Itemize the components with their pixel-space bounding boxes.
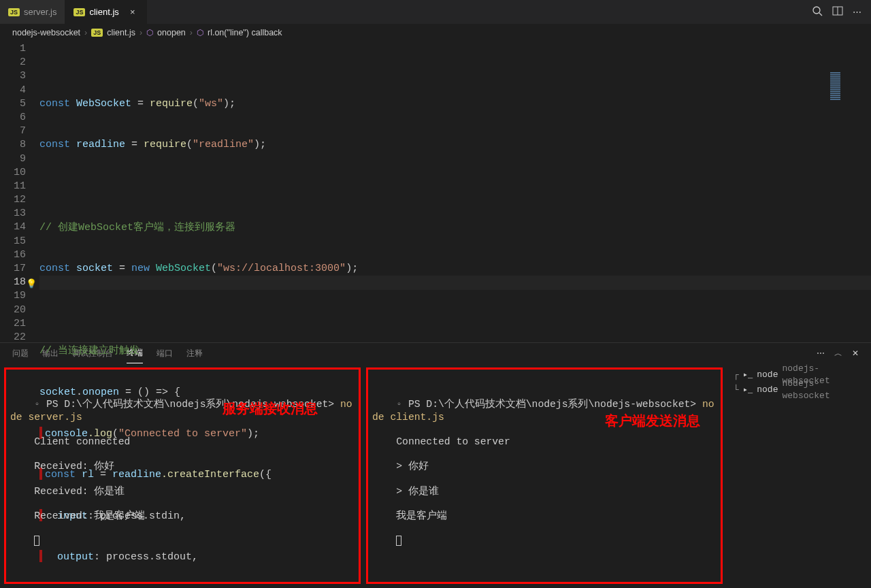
split-icon[interactable] [832,5,843,18]
close-icon[interactable]: × [127,7,138,17]
tab-label: client.js [89,7,118,17]
symbol-icon: ⬡ [197,28,203,37]
tab-actions: ⋯ [812,0,871,24]
tab-bar: JS server.js JS client.js × ⋯ [0,0,871,24]
chevron-icon: › [139,28,142,37]
breadcrumb-root: nodejs-websocket [12,28,80,37]
annotation-client: 客户端发送消息 [605,414,700,427]
terminal-server[interactable]: 服务端接收消息 ◦ PS D:\个人代码技术文档\nodejs系列\nodejs… [4,368,361,584]
current-line-highlight [39,276,871,289]
code-editor[interactable]: 1 2 3 4 5 6 7 8 9 10 11 12 13 14 15 16 1… [0,42,871,342]
svg-line-1 [819,13,822,16]
chevron-icon: › [190,28,193,37]
code-area[interactable]: 💡 const WebSocket = require("ws"); const… [39,42,871,342]
minimap[interactable] [830,45,864,129]
more-icon[interactable]: ⋯ [853,7,861,17]
lightbulb-icon[interactable]: 💡 [26,278,37,291]
svg-point-0 [813,7,820,14]
js-icon: JS [73,8,85,16]
js-icon: JS [91,29,103,37]
tab-server[interactable]: JS server.js [0,0,65,24]
annotation-server: 服务端接收消息 [223,402,318,414]
tab-label: server.js [24,7,56,17]
search-icon[interactable] [812,5,823,18]
panel-tab-problems[interactable]: 问题 [12,344,29,363]
line-gutter: 1 2 3 4 5 6 7 8 9 10 11 12 13 14 15 16 1… [0,42,39,342]
breadcrumb-symbol: rl.on("line") callback [208,28,282,37]
terminal-cursor [34,536,39,546]
breadcrumb-file: client.js [107,28,135,37]
chevron-icon: › [84,28,87,37]
js-icon: JS [8,8,20,16]
symbol-icon: ⬡ [146,28,153,37]
tab-client[interactable]: JS client.js × [65,0,146,24]
terminal-cursor [396,536,401,546]
terminal-client[interactable]: 客户端发送消息 ◦ PS D:\个人代码技术文档\nodejs系列\nodejs… [366,368,723,584]
breadcrumb[interactable]: nodejs-websocket › JS client.js › ⬡ onop… [0,24,871,42]
breadcrumb-symbol: onopen [157,28,186,37]
